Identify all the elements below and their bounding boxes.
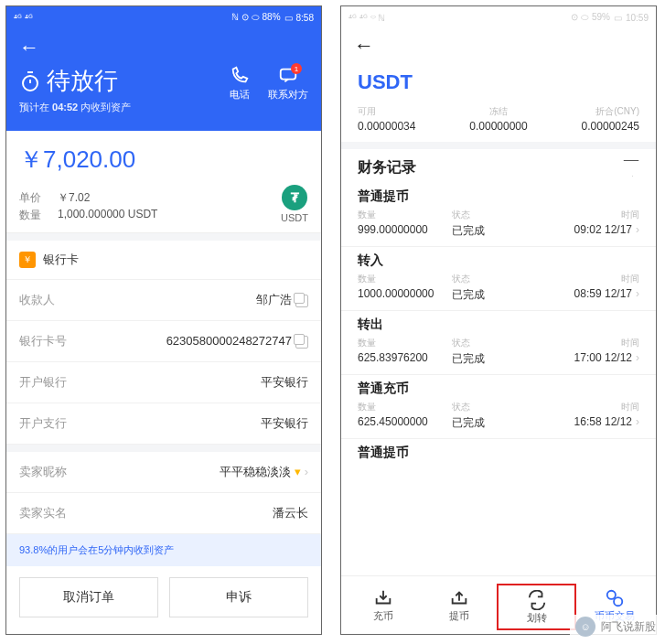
- transfer-icon: [527, 589, 547, 611]
- status-bar: ⁴ᴳ ⁴ᴳ ⌔ ℕ ⊙ ⬭ 59% ▭ 10:59: [341, 6, 656, 28]
- copy-icon[interactable]: [295, 295, 308, 307]
- seller-name-row: 卖家实名 潘云长: [6, 493, 321, 534]
- cardno-row: 银行卡号 6230580000248272747: [6, 321, 321, 362]
- tab-withdraw[interactable]: 提币: [421, 584, 497, 630]
- amount-card: ￥7,020.00 单价￥7.02 数量1,000.000000 USDT ₮ …: [6, 131, 321, 233]
- payee-row: 收款人 邹广浩: [6, 280, 321, 321]
- status-bar: ⁴ᴳ ⁴ᴳ ℕ ⊙ ⬭ 88% ▭ 8:58: [6, 6, 321, 28]
- deposit-icon: [373, 587, 393, 609]
- cancel-order-button[interactable]: 取消订单: [19, 577, 158, 617]
- payment-method-section: ￥ 银行卡: [6, 241, 321, 280]
- chat-icon: 1: [278, 65, 298, 85]
- tab-transfer[interactable]: 划转: [497, 584, 576, 630]
- total-amount: ￥7,020.00: [19, 144, 308, 176]
- filter-icon[interactable]: [623, 160, 639, 177]
- call-button[interactable]: 电话: [230, 65, 250, 102]
- watermark: ☺ 阿飞说新股: [570, 615, 661, 639]
- balance-summary: 可用 0.00000034 冻结 0.00000000 折合(CNY) 0.00…: [341, 105, 656, 142]
- svg-point-3: [614, 597, 622, 606]
- exchange-icon: [605, 587, 625, 609]
- page-title: USDT: [341, 63, 656, 105]
- stopwatch-icon: [19, 70, 41, 92]
- bankcard-icon: ￥: [19, 252, 36, 268]
- eta-text: 预计在 04:52 内收到资产: [19, 101, 131, 114]
- svg-point-2: [606, 591, 615, 599]
- branch-row: 开户支行 平安银行: [6, 403, 321, 445]
- records-title: 财务记录: [358, 158, 416, 177]
- phone-pending-release: ⁴ᴳ ⁴ᴳ ℕ ⊙ ⬭ 88% ▭ 8:58 ← 待放行 预计: [5, 5, 322, 635]
- back-button[interactable]: ←: [341, 28, 656, 63]
- withdraw-icon: [449, 587, 469, 609]
- phone-icon: [230, 65, 250, 85]
- vip-icon: ▾: [295, 465, 301, 478]
- phone-usdt-records: ⁴ᴳ ⁴ᴳ ⌔ ℕ ⊙ ⬭ 59% ▭ 10:59 ← USDT 可用 0.00…: [340, 5, 657, 635]
- badge: 1: [291, 63, 302, 74]
- bank-row: 开户银行 平安银行: [6, 362, 321, 403]
- chevron-right-icon: ›: [305, 465, 308, 478]
- chevron-right-icon: ›: [636, 287, 639, 300]
- chevron-right-icon: ›: [636, 351, 639, 364]
- avatar-icon: ☺: [575, 617, 595, 637]
- back-button[interactable]: ←: [19, 32, 308, 65]
- record-row[interactable]: 转入 数量状态时间 1000.00000000已完成08:59 12/17›: [341, 247, 656, 311]
- record-row[interactable]: 普通提币 数量状态时间 999.00000000已完成09:02 12/17›: [341, 183, 656, 247]
- contact-button[interactable]: 1 联系对方: [268, 65, 308, 102]
- record-row[interactable]: 普通提币: [341, 439, 656, 501]
- coin-badge: ₮ USDT: [281, 185, 308, 223]
- copy-icon[interactable]: [295, 336, 308, 349]
- record-row[interactable]: 普通充币 数量状态时间 625.45000000已完成16:58 12/12›: [341, 375, 656, 439]
- chevron-right-icon: ›: [636, 415, 639, 428]
- tether-icon: ₮: [282, 185, 307, 210]
- page-title: 待放行: [47, 65, 118, 97]
- header: ← 待放行 预计在 04:52 内收到资产: [6, 28, 321, 131]
- chevron-right-icon: ›: [636, 223, 639, 236]
- tab-deposit[interactable]: 充币: [345, 584, 421, 630]
- record-row[interactable]: 转出 数量状态时间 625.83976200已完成17:00 12/12›: [341, 311, 656, 375]
- seller-nick-row[interactable]: 卖家昵称 平平稳稳淡淡▾›: [6, 452, 321, 493]
- tip-banner: 93.8%的用户会在5分钟内收到资产: [6, 534, 321, 566]
- appeal-button[interactable]: 申诉: [169, 577, 308, 617]
